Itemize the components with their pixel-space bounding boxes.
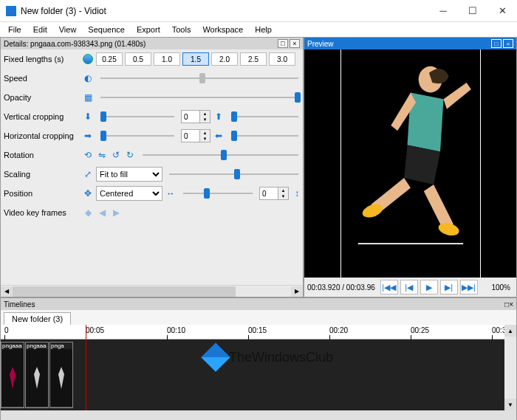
vcrop-slider-bottom[interactable] [231, 116, 298, 117]
rotation-label: Rotation [4, 151, 82, 159]
timeline-clip[interactable]: pngaaa [1, 342, 24, 408]
hcrop-value-left[interactable]: ▲▼ [181, 129, 210, 142]
timeline-ruler[interactable]: 000:0500:1000:1500:2000:2500:30 [1, 325, 516, 340]
step-forward-button[interactable]: ▶| [440, 280, 458, 295]
menu-view[interactable]: View [54, 24, 82, 35]
timeline-footer [1, 410, 516, 420]
preview-zoom: 100% [488, 283, 513, 292]
preview-controls: 00:03.920 / 00:03.96 |◀◀ |◀ ▶ ▶| ▶▶| 100… [304, 278, 516, 297]
rotate-cw-icon[interactable]: ↻ [124, 149, 136, 161]
hcrop-slider-left[interactable] [100, 135, 174, 137]
scroll-up-icon[interactable]: ▲ [504, 325, 516, 337]
timeline-clip[interactable]: pnga [49, 342, 73, 408]
arrow-up-icon[interactable]: ⬆ [213, 111, 225, 123]
playhead[interactable] [86, 325, 86, 410]
timeline-tab[interactable]: New folder (3) [4, 312, 71, 325]
rotate-reset-icon[interactable]: ⟲ [82, 149, 94, 161]
ruler-tick: 00:25 [411, 326, 429, 334]
position-x-value[interactable]: ▲▼ [259, 187, 289, 200]
timeline-vertical-scrollbar[interactable]: ▲ ▼ [504, 325, 516, 410]
ruler-tick: 00:20 [329, 326, 348, 334]
timeline-tabs: New folder (3) [1, 310, 516, 325]
preview-time: 00:03.920 / 00:03.96 [307, 283, 375, 292]
app-icon [6, 6, 16, 16]
menu-export[interactable]: Export [131, 24, 165, 35]
details-maximize-icon[interactable]: □ [278, 39, 288, 48]
title-bar: New folder (3) - Vidiot ─ ☐ ✕ [0, 0, 517, 22]
speedometer-icon[interactable]: ◐ [82, 72, 94, 84]
hcrop-slider-right[interactable] [231, 135, 298, 137]
go-start-button[interactable]: |◀◀ [380, 280, 398, 295]
opacity-icon[interactable]: ▦ [82, 92, 94, 103]
close-button[interactable]: ✕ [487, 0, 517, 22]
keyframe-add-icon[interactable]: ◆ [82, 207, 94, 218]
details-panel: Details: pngaaa.com-938343.png (01.480s)… [0, 37, 304, 297]
details-close-icon[interactable]: × [290, 39, 300, 48]
scale-icon[interactable]: ⤢ [82, 168, 94, 180]
preview-frame [340, 49, 481, 278]
minimize-button[interactable]: ─ [428, 0, 458, 22]
step-back-button[interactable]: |◀ [400, 280, 418, 295]
scroll-down-icon[interactable]: ▼ [504, 399, 516, 410]
preview-panel: Preview □ × [304, 37, 517, 297]
keyframe-next-icon[interactable]: ▶ [110, 207, 122, 218]
details-header: Details: pngaaa.com-938343.png (01.480s)… [1, 38, 303, 49]
menu-workspace[interactable]: Workspace [197, 24, 248, 35]
timelines-title: Timelines [4, 300, 504, 309]
vcrop-slider-top[interactable] [100, 116, 174, 117]
preview-maximize-icon[interactable]: □ [491, 39, 501, 48]
menu-file[interactable]: File [3, 24, 27, 35]
length-btn-25[interactable]: 2.5 [240, 52, 267, 66]
rotate-ccw-icon[interactable]: ↺ [110, 149, 122, 161]
length-btn-05[interactable]: 0.5 [125, 52, 151, 66]
position-x-slider[interactable] [183, 193, 253, 194]
move-icon[interactable]: ✥ [82, 187, 94, 199]
vcrop-label: Vertical cropping [4, 112, 82, 121]
go-end-button[interactable]: ▶▶| [460, 280, 478, 295]
arrow-right-icon[interactable]: ➡ [82, 130, 94, 142]
length-btn-025[interactable]: 0.25 [96, 52, 123, 66]
position-v-icon[interactable]: ↕ [291, 187, 303, 199]
menu-sequence[interactable]: Sequence [83, 24, 130, 35]
length-btn-20[interactable]: 2.0 [211, 52, 238, 66]
position-h-icon[interactable]: ↔ [165, 187, 177, 199]
speed-slider[interactable] [100, 78, 298, 79]
fixed-lengths-label: Fixed lengths (s) [4, 55, 82, 63]
keyframe-prev-icon[interactable]: ◀ [96, 207, 108, 218]
length-btn-30[interactable]: 3.0 [269, 52, 295, 66]
menu-help[interactable]: Help [250, 24, 277, 35]
length-btn-15[interactable]: 1.5 [182, 52, 209, 66]
length-btn-10[interactable]: 1.0 [154, 52, 180, 66]
timeline-clip[interactable]: pngaaa [25, 342, 49, 408]
menu-bar: File Edit View Sequence Export Tools Wor… [0, 22, 517, 37]
scroll-left-icon[interactable]: ◀ [1, 286, 13, 297]
scaling-slider[interactable] [169, 173, 298, 175]
maximize-button[interactable]: ☐ [458, 0, 487, 22]
arrow-left-icon[interactable]: ⬅ [213, 130, 225, 142]
arrow-down-icon[interactable]: ⬇ [82, 111, 94, 123]
keyframes-label: Video key frames [4, 208, 82, 217]
timelines-header: Timelines □ × [1, 298, 516, 310]
menu-tools[interactable]: Tools [167, 24, 196, 35]
watermark: TheWindowsClub [205, 347, 333, 368]
rotation-slider[interactable] [143, 154, 298, 156]
ruler-tick: 00:15 [248, 326, 267, 334]
scaling-mode-select[interactable]: Fit to fill [96, 167, 162, 182]
ruler-tick: 00:05 [86, 326, 104, 334]
ruler-tick: 0 [4, 326, 9, 334]
globe-icon[interactable] [82, 53, 94, 65]
preview-close-icon[interactable]: × [503, 39, 513, 48]
opacity-slider[interactable] [100, 97, 298, 98]
details-horizontal-scrollbar[interactable]: ◀ ▶ [1, 285, 303, 297]
position-mode-select[interactable]: Centered [96, 186, 162, 201]
timelines-close-icon[interactable]: × [509, 300, 513, 309]
window-title: New folder (3) - Vidiot [21, 6, 428, 16]
preview-title: Preview [307, 40, 490, 48]
menu-edit[interactable]: Edit [28, 24, 52, 35]
speed-label: Speed [4, 74, 82, 83]
watermark-icon [201, 342, 230, 372]
flip-horizontal-icon[interactable]: ⇋ [96, 149, 108, 161]
vcrop-value-top[interactable]: ▲▼ [181, 110, 210, 123]
play-button[interactable]: ▶ [420, 280, 438, 295]
scroll-right-icon[interactable]: ▶ [291, 286, 303, 297]
